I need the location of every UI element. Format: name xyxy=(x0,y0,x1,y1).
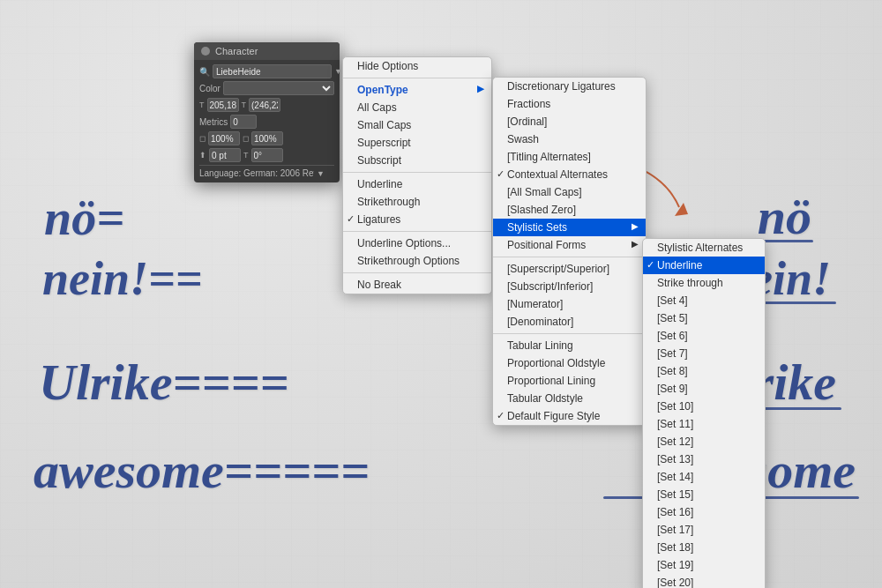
no-break-item[interactable]: No Break xyxy=(343,276,491,294)
scale-h-input[interactable] xyxy=(208,131,240,145)
size-input[interactable] xyxy=(207,98,239,112)
underline-set-item[interactable]: Underline xyxy=(643,257,765,274)
set7-item[interactable]: [Set 7] xyxy=(643,345,765,362)
underline-options-item[interactable]: Underline Options... xyxy=(343,234,491,252)
slashed-zero-item[interactable]: [Slashed Zero] xyxy=(493,201,646,219)
set13-item[interactable]: [Set 13] xyxy=(643,450,765,468)
tab-oldstyle-item[interactable]: Tabular Oldstyle xyxy=(493,390,646,407)
titling-item[interactable]: [Titling Alternates] xyxy=(493,148,646,166)
awesome-left-text: awesome===== xyxy=(34,441,370,500)
ulrike-left-text: Ulrike==== xyxy=(39,353,289,412)
set17-item[interactable]: [Set 17] xyxy=(643,521,765,539)
set4-item[interactable]: [Set 4] xyxy=(643,292,765,309)
set20-item[interactable]: [Set 20] xyxy=(643,574,765,588)
strikethrough-options-item[interactable]: Strikethrough Options xyxy=(343,252,491,270)
subscript-item[interactable]: Subscript xyxy=(343,152,491,169)
nein-left-text: nein!== xyxy=(42,251,203,306)
tracking-input[interactable] xyxy=(249,98,280,112)
stylistic-sets-item[interactable]: Stylistic Sets xyxy=(493,219,646,236)
all-small-caps-item[interactable]: [All Small Caps] xyxy=(493,183,646,201)
font-field[interactable] xyxy=(213,64,332,78)
prop-oldstyle-item[interactable]: Proportional Oldstyle xyxy=(493,354,646,372)
sub-inferior-item[interactable]: [Subscript/Inferior] xyxy=(493,278,646,295)
rotation-input[interactable] xyxy=(251,148,283,162)
baseline-input[interactable] xyxy=(209,148,241,162)
underline-item[interactable]: Underline xyxy=(343,175,491,193)
color-select[interactable] xyxy=(223,81,334,95)
set15-item[interactable]: [Set 15] xyxy=(643,486,765,503)
ligatures-item[interactable]: Ligatures xyxy=(343,211,491,228)
set5-item[interactable]: [Set 5] xyxy=(643,309,765,327)
set16-item[interactable]: [Set 16] xyxy=(643,503,765,521)
stylistic-alternates-item[interactable]: Stylistic Alternates xyxy=(643,239,765,257)
language-label: Language: German: 2006 Ref... xyxy=(199,168,314,178)
noe-right-text: nö xyxy=(758,187,811,246)
swash-item[interactable]: Swash xyxy=(493,130,646,148)
default-figure-item[interactable]: Default Figure Style xyxy=(493,407,646,425)
prop-lining-item[interactable]: Proportional Lining xyxy=(493,372,646,390)
color-label: Color xyxy=(199,84,220,93)
opentype-submenu: Discretionary Ligatures Fractions [Ordin… xyxy=(492,77,647,426)
stylistic-sets-submenu: Stylistic Alternates Underline Strike th… xyxy=(642,238,766,588)
scale-v-input[interactable] xyxy=(251,131,283,145)
panel-title: Character xyxy=(215,46,258,56)
denominator-item[interactable]: [Denominator] xyxy=(493,313,646,331)
set12-item[interactable]: [Set 12] xyxy=(643,433,765,450)
set18-item[interactable]: [Set 18] xyxy=(643,539,765,556)
set10-item[interactable]: [Set 10] xyxy=(643,398,765,415)
metrics-input[interactable] xyxy=(230,115,257,129)
hide-options-item[interactable]: Hide Options xyxy=(343,57,491,75)
all-caps-item[interactable]: All Caps xyxy=(343,99,491,116)
panel-close-btn[interactable] xyxy=(201,47,210,56)
svg-marker-3 xyxy=(675,203,688,216)
positional-forms-item[interactable]: Positional Forms xyxy=(493,236,646,254)
opentype-item[interactable]: OpenType xyxy=(343,81,491,99)
character-panel: Character 🔍 ▼ Color T T Metrics ◻ ◻ xyxy=(194,42,340,182)
tabular-lining-item[interactable]: Tabular Lining xyxy=(493,337,646,354)
strikethrough-item[interactable]: Strikethrough xyxy=(343,193,491,211)
lang-dropdown[interactable]: ▼ xyxy=(317,169,325,178)
small-caps-item[interactable]: Small Caps xyxy=(343,116,491,134)
contextual-item[interactable]: Contextual Alternates xyxy=(493,166,646,183)
strikethrough-set-item[interactable]: Strike through xyxy=(643,274,765,292)
main-context-menu: Hide Options OpenType All Caps Small Cap… xyxy=(342,56,492,294)
sup-superior-item[interactable]: [Superscript/Superior] xyxy=(493,260,646,278)
set9-item[interactable]: [Set 9] xyxy=(643,380,765,398)
numerator-item[interactable]: [Numerator] xyxy=(493,295,646,313)
set11-item[interactable]: [Set 11] xyxy=(643,415,765,433)
font-dropdown-arrow[interactable]: ▼ xyxy=(334,67,342,76)
disc-lig-item[interactable]: Discretionary Ligatures xyxy=(493,78,646,95)
set6-item[interactable]: [Set 6] xyxy=(643,327,765,345)
set14-item[interactable]: [Set 14] xyxy=(643,468,765,486)
noe-left-text: nö= xyxy=(44,190,124,246)
superscript-item[interactable]: Superscript xyxy=(343,134,491,152)
metrics-label: Metrics xyxy=(199,117,228,127)
set19-item[interactable]: [Set 19] xyxy=(643,556,765,574)
fractions-item[interactable]: Fractions xyxy=(493,95,646,113)
ordinal-item[interactable]: [Ordinal] xyxy=(493,113,646,130)
panel-titlebar: Character xyxy=(194,42,340,60)
set8-item[interactable]: [Set 8] xyxy=(643,362,765,380)
